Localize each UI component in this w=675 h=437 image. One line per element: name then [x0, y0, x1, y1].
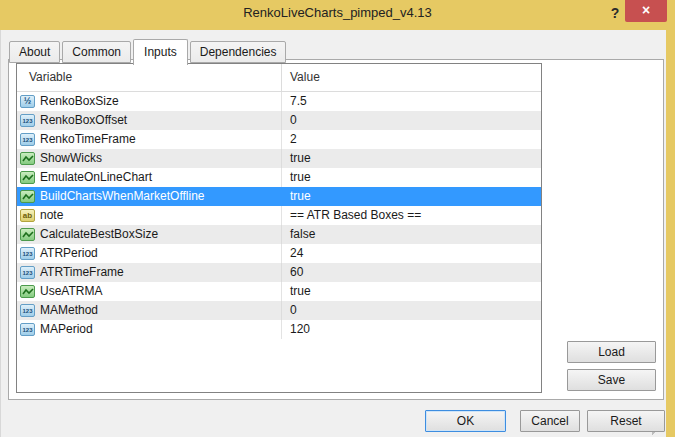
variable-cell: CalculateBestBoxSize	[17, 225, 282, 244]
value-cell: 120	[282, 320, 541, 339]
cancel-button[interactable]: Cancel	[520, 410, 580, 432]
tab-about[interactable]: About	[9, 41, 60, 63]
variable-cell: 123 RenkoBoxOffset	[17, 111, 282, 130]
bool-line-icon	[22, 230, 34, 240]
column-header-value[interactable]: Value	[282, 64, 541, 91]
tab-label: Inputs	[144, 45, 177, 59]
variable-cell: EmulateOnLineChart	[17, 168, 282, 187]
variable-cell: ½ RenkoBoxSize	[17, 92, 282, 111]
value-cell: 60	[282, 263, 541, 282]
variable-name: RenkoBoxOffset	[40, 111, 127, 130]
tab-dependencies[interactable]: Dependencies	[190, 41, 287, 63]
variable-value: 120	[290, 322, 310, 336]
bool-line-icon	[22, 173, 34, 183]
table-row[interactable]: ShowWicks true	[17, 149, 541, 168]
table-row[interactable]: 123 RenkoTimeFrame 2	[17, 130, 541, 149]
variable-name: ShowWicks	[40, 149, 102, 168]
bool-line-icon	[22, 154, 34, 164]
int-type-icon: 123	[20, 247, 35, 260]
bool-line-icon	[22, 192, 34, 202]
table-row[interactable]: 123 ATRPeriod 24	[17, 244, 541, 263]
variable-value: true	[290, 284, 311, 298]
value-cell: 0	[282, 111, 541, 130]
properties-dialog: RenkoLiveCharts_pimped_v4.13 ? × About C…	[0, 0, 675, 437]
variable-name: ATRPeriod	[40, 244, 98, 263]
variable-cell: 123 MAMethod	[17, 301, 282, 320]
variable-name: RenkoBoxSize	[40, 92, 119, 111]
bool-type-icon	[20, 190, 35, 203]
value-cell: == ATR Based Boxes ==	[282, 206, 541, 225]
variable-cell: BuildChartsWhenMarketOffline	[17, 187, 282, 206]
variable-value: true	[290, 189, 311, 203]
double-type-icon: ½	[20, 95, 35, 108]
table-row[interactable]: 123 RenkoBoxOffset 0	[17, 111, 541, 130]
ok-button[interactable]: OK	[425, 410, 506, 432]
value-cell: 24	[282, 244, 541, 263]
save-button[interactable]: Save	[567, 369, 656, 391]
reset-button[interactable]: Reset	[587, 410, 665, 432]
variable-name: RenkoTimeFrame	[40, 130, 136, 149]
variable-value: true	[290, 151, 311, 165]
table-row[interactable]: ½ RenkoBoxSize 7.5	[17, 92, 541, 111]
string-type-icon: ab	[20, 209, 35, 222]
table-row[interactable]: ab note == ATR Based Boxes ==	[17, 206, 541, 225]
value-cell: true	[282, 187, 541, 206]
help-button[interactable]: ?	[604, 2, 626, 24]
variable-name: EmulateOnLineChart	[40, 168, 152, 187]
value-cell: true	[282, 282, 541, 301]
variable-cell: ShowWicks	[17, 149, 282, 168]
value-cell: true	[282, 149, 541, 168]
variable-name: ATRTimeFrame	[40, 263, 124, 282]
column-header-variable[interactable]: Variable	[17, 64, 282, 91]
int-type-icon: 123	[20, 323, 35, 336]
variable-value: 24	[290, 246, 303, 260]
variable-value: 0	[290, 113, 297, 127]
table-row[interactable]: CalculateBestBoxSize false	[17, 225, 541, 244]
table-row[interactable]: EmulateOnLineChart true	[17, 168, 541, 187]
variable-cell: 123 MAPeriod	[17, 320, 282, 339]
tab-label: About	[19, 45, 50, 59]
table-row[interactable]: 123 MAMethod 0	[17, 301, 541, 320]
variable-cell: ab note	[17, 206, 282, 225]
table-row[interactable]: BuildChartsWhenMarketOffline true	[17, 187, 541, 206]
variable-value: false	[290, 227, 315, 241]
close-button[interactable]: ×	[625, 0, 667, 22]
variable-name: BuildChartsWhenMarketOffline	[40, 187, 205, 206]
bool-type-icon	[20, 228, 35, 241]
load-button[interactable]: Load	[567, 341, 656, 363]
variable-cell: 123 ATRTimeFrame	[17, 263, 282, 282]
variable-name: UseATRMA	[40, 282, 102, 301]
dialog-body: About Common Inputs Dependencies Variabl…	[0, 30, 666, 437]
bool-line-icon	[22, 287, 34, 297]
titlebar[interactable]: RenkoLiveCharts_pimped_v4.13 ? ×	[0, 0, 675, 30]
variable-value: 2	[290, 132, 297, 146]
variable-value: 7.5	[290, 94, 307, 108]
variable-name: MAMethod	[40, 301, 98, 320]
variable-name: note	[40, 206, 63, 225]
tab-label: Common	[72, 45, 121, 59]
value-cell: true	[282, 168, 541, 187]
table-row[interactable]: 123 ATRTimeFrame 60	[17, 263, 541, 282]
int-type-icon: 123	[20, 114, 35, 127]
table-row[interactable]: UseATRMA true	[17, 282, 541, 301]
table-rows: ½ RenkoBoxSize 7.5 123 RenkoBoxOffset 0	[17, 92, 541, 339]
table-header: Variable Value	[17, 64, 541, 92]
int-type-icon: 123	[20, 304, 35, 317]
variable-value: == ATR Based Boxes ==	[290, 208, 421, 222]
table-row[interactable]: 123 MAPeriod 120	[17, 320, 541, 339]
window-title: RenkoLiveCharts_pimped_v4.13	[0, 0, 675, 26]
value-cell: 7.5	[282, 92, 541, 111]
bool-type-icon	[20, 171, 35, 184]
tab-inputs[interactable]: Inputs	[133, 39, 188, 65]
inputs-table: Variable Value ½ RenkoBoxSize 7.5 123	[16, 63, 542, 393]
tab-label: Dependencies	[200, 45, 277, 59]
value-cell: false	[282, 225, 541, 244]
value-cell: 2	[282, 130, 541, 149]
bool-type-icon	[20, 152, 35, 165]
tab-common[interactable]: Common	[62, 41, 131, 63]
tab-bar: About Common Inputs Dependencies	[9, 41, 288, 63]
bool-type-icon	[20, 285, 35, 298]
int-type-icon: 123	[20, 133, 35, 146]
variable-cell: 123 ATRPeriod	[17, 244, 282, 263]
variable-value: 60	[290, 265, 303, 279]
